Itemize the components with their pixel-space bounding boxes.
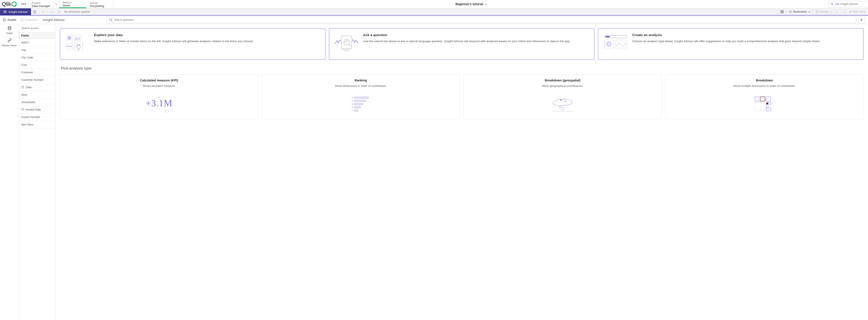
nav-narrate-main: Storytelling: [90, 4, 110, 8]
microphone-button[interactable]: [858, 16, 865, 23]
svg-line-5: [35, 12, 35, 12]
question-search-box[interactable]: [106, 16, 856, 23]
microphone-icon: [860, 18, 863, 22]
bookmarks-button[interactable]: Bookmarks: [786, 8, 813, 15]
nav-analyze-main: Sheet: [62, 4, 84, 7]
svg-line-46: [349, 44, 351, 46]
field-item[interactable]: Customer Number: [19, 76, 55, 84]
intro-body: Use the search bar above to ask a natura…: [363, 39, 570, 43]
app-title-area[interactable]: Beginner's tutorial: [113, 0, 829, 8]
field-item[interactable]: Invoice Date: [19, 106, 55, 113]
field-label: Date: [26, 86, 31, 89]
analysis-illustration: [467, 92, 658, 117]
prev-sheet-button[interactable]: [835, 8, 840, 15]
field-item[interactable]: Invoice Number: [19, 113, 55, 121]
intro-cards-row: Explore your dataMake selections in fiel…: [60, 28, 864, 60]
insight-advisor-button[interactable]: Insight Advisor: [0, 8, 31, 15]
chevron-down-icon: [55, 2, 58, 5]
svg-line-20: [111, 20, 112, 21]
sheets-button[interactable]: Sheets: [813, 8, 834, 15]
logo[interactable]: Qlik: [0, 0, 19, 8]
svg-rect-78: [761, 97, 765, 101]
svg-line-1: [833, 4, 833, 5]
main-area: Fields Master items Fields %KEYCityCity …: [0, 24, 868, 320]
asset-search-input[interactable]: [21, 24, 53, 32]
field-item[interactable]: Date: [19, 84, 55, 91]
nav-narrate-sup: Narrate: [90, 2, 110, 4]
nav-prepare-dropdown[interactable]: [53, 0, 59, 8]
asset-panel-header: Fields: [19, 32, 55, 39]
intro-card[interactable]: Create an analysisChoose an analysis typ…: [598, 28, 864, 60]
svg-point-50: [340, 40, 341, 41]
analysis-type-card[interactable]: Breakdown (geospatial)Show geographical …: [464, 74, 662, 119]
assets-tab[interactable]: Assets: [0, 15, 19, 24]
field-list[interactable]: %KEYCityCity CodeCostCustomerCustomer Nu…: [19, 39, 55, 320]
analysis-type-card[interactable]: RankingShow dimensions in order of contr…: [262, 74, 460, 119]
next-sheet-button[interactable]: [840, 8, 846, 15]
svg-point-2: [4, 11, 5, 12]
analysis-title: Ranking: [266, 78, 456, 82]
analysis-title: Breakdown: [669, 78, 860, 82]
svg-point-41: [76, 45, 81, 49]
svg-point-54: [357, 42, 358, 43]
intro-card[interactable]: Ask a questionUse the search bar above t…: [329, 28, 594, 60]
field-item[interactable]: City: [19, 46, 55, 54]
field-item[interactable]: Cost: [19, 61, 55, 69]
svg-point-76: [566, 101, 566, 102]
rail-master-items[interactable]: Master items: [0, 36, 19, 48]
rail-fields[interactable]: Fields: [0, 24, 19, 36]
step-forward-icon: [48, 8, 55, 15]
field-item[interactable]: Customer: [19, 69, 55, 76]
link-icon: [7, 38, 11, 43]
field-item[interactable]: City Code: [19, 54, 55, 61]
smart-search-icon[interactable]: [31, 8, 39, 15]
nav-prepare[interactable]: Prepare Data manager: [28, 0, 53, 8]
selection-toolbar: Insight Advisor No selections applied Bo…: [0, 8, 868, 15]
intro-illustration: [65, 33, 90, 55]
top-search-input[interactable]: [835, 2, 868, 6]
svg-point-33: [68, 37, 70, 39]
nav-prepare-main: Data manager: [32, 4, 50, 8]
no-selections-text: No selections applied: [63, 8, 90, 15]
svg-point-59: [607, 42, 611, 46]
pencil-icon: [849, 10, 852, 13]
edit-sheet-button[interactable]: Edit sheet: [846, 8, 868, 15]
kebab-menu-icon[interactable]: •••: [19, 0, 28, 8]
svg-point-53: [355, 40, 356, 41]
top-search-box[interactable]: [829, 1, 868, 7]
selections-tool-icon[interactable]: [778, 8, 786, 15]
svg-point-22: [8, 26, 11, 28]
intro-card[interactable]: Explore your dataMake selections in fiel…: [60, 28, 326, 60]
field-item[interactable]: GrossSales: [19, 99, 55, 106]
svg-point-51: [352, 40, 353, 40]
intro-title: Explore your data: [94, 33, 254, 37]
svg-point-32: [68, 36, 71, 39]
analysis-title: Calculated measure (KPI): [64, 78, 254, 82]
analysis-illustration: —+3.1M: [64, 92, 254, 117]
svg-rect-10: [782, 10, 784, 11]
properties-tab: Properties: [19, 15, 38, 24]
svg-rect-42: [342, 36, 352, 48]
chevron-down-icon: [808, 10, 811, 13]
nav-prepare-sup: Prepare: [32, 2, 50, 4]
intro-title: Ask a question: [363, 33, 570, 37]
field-item[interactable]: Item Desc: [19, 121, 55, 129]
nav-analyze[interactable]: Analyze Sheet: [59, 0, 86, 8]
svg-rect-17: [21, 19, 23, 21]
analysis-illustration: [669, 92, 860, 117]
question-input[interactable]: [115, 18, 854, 22]
svg-rect-79: [766, 97, 771, 101]
field-item[interactable]: %KEY: [19, 39, 55, 46]
field-item[interactable]: Desc: [19, 91, 55, 99]
field-label: Desc: [21, 93, 27, 96]
asset-search-box[interactable]: [19, 24, 55, 32]
svg-rect-21: [861, 19, 862, 20]
analysis-type-card[interactable]: Calculated measure (KPI)Show calculated …: [60, 74, 258, 119]
step-back-icon: [40, 8, 48, 15]
analysis-type-card[interactable]: BreakdownShow multiple dimensions in ord…: [665, 74, 864, 119]
intro-body: Choose an analysis type below. Insight A…: [632, 39, 820, 43]
clear-selections-icon: [55, 8, 63, 15]
nav-narrate[interactable]: Narrate Storytelling: [86, 0, 113, 8]
svg-point-75: [560, 99, 561, 100]
svg-point-0: [831, 3, 833, 5]
